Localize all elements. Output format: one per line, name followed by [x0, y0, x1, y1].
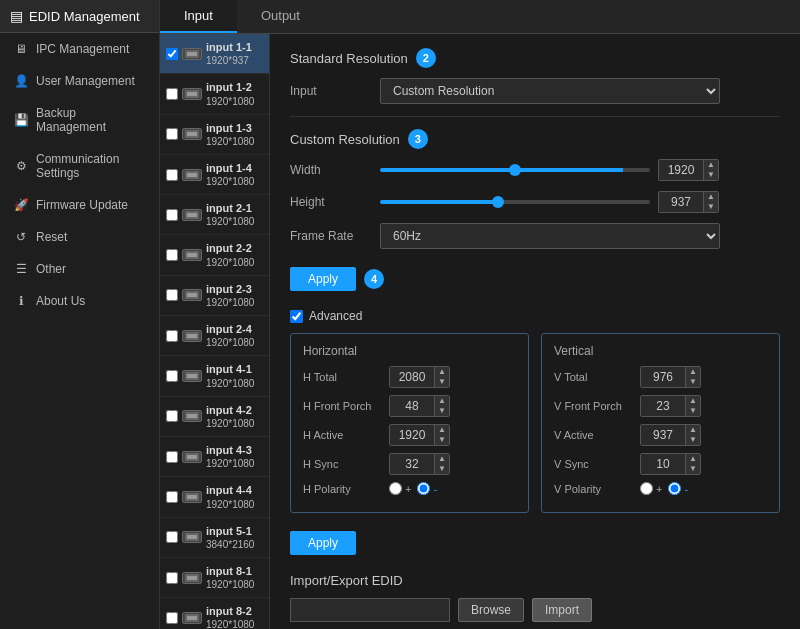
file-path-input[interactable] — [290, 598, 450, 622]
h-sync-down[interactable]: ▼ — [435, 464, 449, 474]
input-checkbox[interactable] — [166, 572, 178, 584]
browse-button[interactable]: Browse — [458, 598, 524, 622]
h-polarity-plus-label[interactable]: + — [389, 482, 411, 495]
input-checkbox[interactable] — [166, 88, 178, 100]
h-total-down[interactable]: ▼ — [435, 377, 449, 387]
framerate-select[interactable]: 60Hz 30Hz 24Hz 50Hz — [380, 223, 720, 249]
hdmi-icon — [182, 572, 202, 584]
input-list-item[interactable]: input 2-4 1920*1080 — [160, 316, 269, 356]
tab-input[interactable]: Input — [160, 0, 237, 33]
input-list-item[interactable]: input 2-2 1920*1080 — [160, 235, 269, 275]
input-checkbox[interactable] — [166, 48, 178, 60]
h-polarity-minus[interactable] — [417, 482, 430, 495]
v-total-down[interactable]: ▼ — [686, 377, 700, 387]
height-slider[interactable] — [380, 200, 650, 204]
h-active-input[interactable] — [390, 425, 434, 445]
width-spinner: ▲ ▼ — [703, 160, 718, 180]
v-sync-down[interactable]: ▼ — [686, 464, 700, 474]
width-slider[interactable] — [380, 168, 650, 172]
height-input[interactable] — [659, 192, 703, 212]
v-front-porch-row: V Front Porch ▲▼ — [554, 395, 767, 417]
hdmi-icon — [182, 491, 202, 503]
v-front-porch-input[interactable] — [641, 396, 685, 416]
apply-button-2[interactable]: Apply — [290, 531, 356, 555]
input-list-item[interactable]: input 1-1 1920*937 — [160, 34, 269, 74]
v-total-input[interactable] — [641, 367, 685, 387]
input-checkbox[interactable] — [166, 330, 178, 342]
v-fp-down[interactable]: ▼ — [686, 406, 700, 416]
v-active-down[interactable]: ▼ — [686, 435, 700, 445]
sidebar-label-ipc: IPC Management — [36, 42, 129, 56]
input-checkbox[interactable] — [166, 410, 178, 422]
svg-rect-17 — [187, 374, 197, 378]
input-list-item[interactable]: input 4-4 1920*1080 — [160, 477, 269, 517]
input-checkbox[interactable] — [166, 612, 178, 624]
h-sync-up[interactable]: ▲ — [435, 454, 449, 464]
input-select[interactable]: Custom Resolution 1920x1080 1280x720 384… — [380, 78, 720, 104]
main-area: Input Output input 1-1 1920*937 input 1-… — [160, 0, 800, 629]
height-down[interactable]: ▼ — [704, 202, 718, 212]
v-active-up[interactable]: ▲ — [686, 425, 700, 435]
input-list-item[interactable]: input 1-4 1920*1080 — [160, 155, 269, 195]
v-polarity-minus-label[interactable]: - — [668, 482, 688, 495]
input-list-item[interactable]: input 4-3 1920*1080 — [160, 437, 269, 477]
v-active-input[interactable] — [641, 425, 685, 445]
h-fp-up[interactable]: ▲ — [435, 396, 449, 406]
input-list-item[interactable]: input 8-1 1920*1080 — [160, 558, 269, 598]
sidebar-label-about: About Us — [36, 294, 85, 308]
v-sync-up[interactable]: ▲ — [686, 454, 700, 464]
input-checkbox[interactable] — [166, 209, 178, 221]
sidebar-item-other[interactable]: ☰ Other — [0, 253, 159, 285]
import-button[interactable]: Import — [532, 598, 592, 622]
width-up[interactable]: ▲ — [704, 160, 718, 170]
input-checkbox[interactable] — [166, 249, 178, 261]
input-list-item[interactable]: input 8-2 1920*1080 — [160, 598, 269, 629]
input-checkbox[interactable] — [166, 451, 178, 463]
input-checkbox[interactable] — [166, 169, 178, 181]
height-up[interactable]: ▲ — [704, 192, 718, 202]
sidebar-item-backup[interactable]: 💾 Backup Management — [0, 97, 159, 143]
input-checkbox[interactable] — [166, 289, 178, 301]
tab-output[interactable]: Output — [237, 0, 324, 33]
svg-rect-21 — [187, 455, 197, 459]
sidebar-item-firmware[interactable]: 🚀 Firmware Update — [0, 189, 159, 221]
v-polarity-minus[interactable] — [668, 482, 681, 495]
h-fp-down[interactable]: ▼ — [435, 406, 449, 416]
input-checkbox[interactable] — [166, 128, 178, 140]
input-list-item[interactable]: input 2-3 1920*1080 — [160, 276, 269, 316]
v-total-up[interactable]: ▲ — [686, 367, 700, 377]
width-down[interactable]: ▼ — [704, 170, 718, 180]
v-sync-input[interactable] — [641, 454, 685, 474]
h-active-up[interactable]: ▲ — [435, 425, 449, 435]
input-list-item[interactable]: input 4-1 1920*1080 — [160, 356, 269, 396]
apply-button-1[interactable]: Apply — [290, 267, 356, 291]
input-checkbox[interactable] — [166, 531, 178, 543]
input-list-item[interactable]: input 1-3 1920*1080 — [160, 115, 269, 155]
advanced-checkbox[interactable] — [290, 310, 303, 323]
input-list-item[interactable]: input 1-2 1920*1080 — [160, 74, 269, 114]
sidebar-item-reset[interactable]: ↺ Reset — [0, 221, 159, 253]
input-item-label: input 4-1 1920*1080 — [206, 362, 254, 389]
h-polarity-plus[interactable] — [389, 482, 402, 495]
h-front-porch-input[interactable] — [390, 396, 434, 416]
h-sync-input[interactable] — [390, 454, 434, 474]
sidebar-item-user[interactable]: 👤 User Management — [0, 65, 159, 97]
input-list-item[interactable]: input 2-1 1920*1080 — [160, 195, 269, 235]
h-total-input[interactable] — [390, 367, 434, 387]
sidebar-item-about[interactable]: ℹ About Us — [0, 285, 159, 317]
v-fp-up[interactable]: ▲ — [686, 396, 700, 406]
v-polarity-plus[interactable] — [640, 482, 653, 495]
sidebar-item-ipc[interactable]: 🖥 IPC Management — [0, 33, 159, 65]
h-polarity-minus-label[interactable]: - — [417, 482, 437, 495]
input-checkbox[interactable] — [166, 370, 178, 382]
v-polarity-radio: + - — [640, 482, 688, 495]
h-total-up[interactable]: ▲ — [435, 367, 449, 377]
sidebar-item-comm[interactable]: ⚙ Communication Settings — [0, 143, 159, 189]
v-polarity-plus-label[interactable]: + — [640, 482, 662, 495]
h-active-wrap: ▲▼ — [389, 424, 450, 446]
h-active-down[interactable]: ▼ — [435, 435, 449, 445]
input-list-item[interactable]: input 4-2 1920*1080 — [160, 397, 269, 437]
width-input[interactable] — [659, 160, 703, 180]
input-checkbox[interactable] — [166, 491, 178, 503]
input-list-item[interactable]: input 5-1 3840*2160 — [160, 518, 269, 558]
